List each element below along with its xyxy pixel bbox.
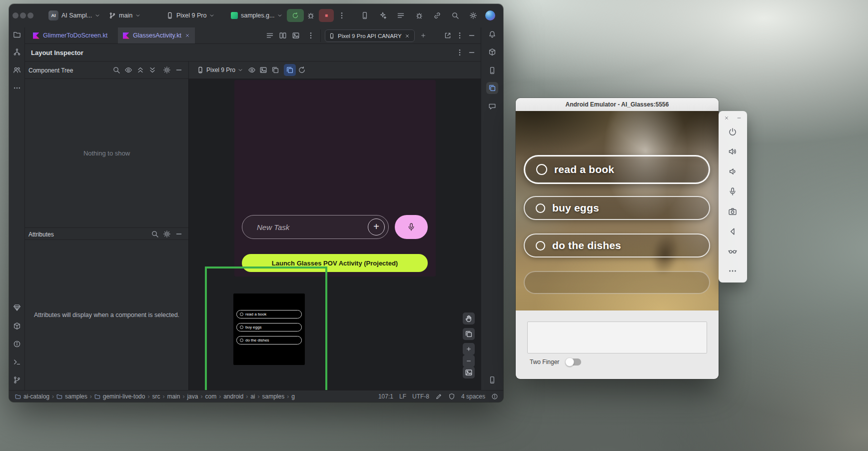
project-tool-button[interactable] [11, 28, 23, 40]
zoom-to-fit-button[interactable] [463, 366, 475, 378]
run-configuration-selector[interactable]: samples.g... [231, 10, 282, 21]
edit-mode-button[interactable] [435, 393, 442, 400]
breadcrumb-item[interactable]: g [291, 393, 295, 400]
running-devices-more-button[interactable] [454, 30, 466, 42]
emulator-mic-button[interactable] [727, 186, 739, 198]
emulator-minimize-button[interactable] [735, 114, 743, 122]
editor-list-button[interactable] [264, 30, 276, 42]
breadcrumb-item[interactable]: java [187, 393, 198, 400]
preview-button[interactable] [290, 30, 302, 42]
window-minimize-button[interactable] [20, 12, 26, 18]
protection-button[interactable] [448, 393, 455, 400]
profile-avatar[interactable] [485, 10, 495, 20]
new-task-input[interactable]: New Task + [242, 215, 389, 239]
emulator-glasses-button[interactable] [727, 245, 739, 257]
glasses-item-buy-eggs[interactable]: buy eggs [524, 196, 710, 220]
todo-list-button[interactable] [395, 10, 407, 22]
emulator-input-box[interactable] [527, 322, 707, 354]
window-zoom-button[interactable] [27, 12, 33, 18]
hide-running-devices-button[interactable] [466, 30, 478, 42]
search-everywhere-button[interactable] [449, 10, 461, 22]
file-encoding[interactable]: UTF-8 [412, 393, 429, 400]
project-selector[interactable]: AI AI Sampl... [48, 10, 100, 21]
dependencies-tool-button[interactable] [11, 302, 23, 314]
device-mirror-button[interactable] [359, 10, 371, 22]
screenshot-button[interactable] [257, 64, 269, 76]
emulator-volume-up-button[interactable] [727, 146, 739, 158]
more-run-options-button[interactable] [336, 10, 348, 22]
add-device-button[interactable] [417, 30, 429, 42]
more-tools-button[interactable] [11, 82, 23, 94]
hide-tree-button[interactable] [173, 64, 185, 76]
breadcrumb-item[interactable]: main [167, 393, 180, 400]
breadcrumb-item[interactable]: ai [250, 393, 255, 400]
build-variants-tool-button[interactable] [11, 320, 23, 332]
logcat-button[interactable] [413, 10, 425, 22]
cursor-position[interactable]: 107:1 [378, 393, 393, 400]
voice-input-button[interactable] [395, 215, 428, 239]
hide-layout-inspector-button[interactable] [466, 46, 478, 58]
snapshot-button[interactable] [269, 64, 281, 76]
glasses-projection-preview[interactable]: read a book buy eggs do the dishes [233, 294, 305, 365]
running-devices-tool-button[interactable] [486, 374, 498, 386]
collaboration-tool-button[interactable] [11, 64, 23, 76]
running-device-tab[interactable]: Pixel 9 Pro API CANARY [325, 30, 415, 42]
live-updates-toggle[interactable] [284, 64, 296, 76]
breadcrumb-item[interactable]: android [223, 393, 243, 400]
editor-tab-glassesactivity[interactable]: GlassesActivity.kt [118, 28, 195, 44]
zoom-in-button[interactable] [463, 343, 475, 355]
zoom-out-button[interactable] [463, 355, 475, 367]
ai-assistant-button[interactable] [377, 10, 389, 22]
add-task-button[interactable]: + [368, 218, 385, 236]
close-icon[interactable] [185, 33, 190, 38]
indent-setting[interactable]: 4 spaces [461, 393, 485, 400]
attributes-settings-button[interactable] [161, 228, 173, 240]
launch-glasses-pov-button[interactable]: Launch Glasses POV Activity (Projected) [242, 254, 428, 272]
structure-tool-button[interactable] [11, 46, 23, 58]
mirrored-phone-screen[interactable]: New Task + Launch Glasses POV Activity (… [234, 80, 436, 276]
emulator-close-button[interactable] [723, 114, 731, 122]
device-selector[interactable]: Pixel 9 Pro [166, 10, 214, 21]
notifications-tool-button[interactable] [486, 28, 498, 40]
expand-all-button[interactable] [134, 64, 146, 76]
debug-button[interactable] [305, 10, 317, 22]
breadcrumb-item[interactable]: ai-catalog [23, 393, 49, 400]
breadcrumb-item[interactable]: samples [262, 393, 285, 400]
glasses-item-read-a-book[interactable]: read a book [524, 155, 710, 184]
vcs-branch-selector[interactable]: main [109, 10, 140, 21]
mirror-device-selector[interactable]: Pixel 9 Pro [194, 64, 246, 76]
open-in-new-window-button[interactable] [442, 30, 454, 42]
rerun-button[interactable] [287, 9, 304, 22]
window-close-button[interactable] [12, 12, 18, 18]
tree-settings-button[interactable] [161, 64, 173, 76]
link-assistant-button[interactable] [431, 10, 443, 22]
emulator-more-button[interactable] [727, 265, 739, 277]
version-control-tool-button[interactable] [11, 374, 23, 386]
pan-mode-button[interactable] [463, 312, 475, 324]
glasses-item-do-the-dishes[interactable]: do the dishes [524, 234, 710, 258]
feedback-tool-button[interactable] [486, 100, 498, 112]
breadcrumb-item[interactable]: gemini-live-todo [103, 393, 145, 400]
emulator-titlebar[interactable]: Android Emulator - AI_Glasses:5556 [516, 98, 719, 111]
settings-button[interactable] [467, 10, 479, 22]
emulator-camera-button[interactable] [727, 206, 739, 218]
breadcrumb-item[interactable]: samples [65, 393, 87, 400]
editor-tab-glimmertodoscreen[interactable]: GlimmerToDoScreen.kt [28, 28, 111, 44]
attributes-search-button[interactable] [149, 228, 161, 240]
tree-visibility-button[interactable] [122, 64, 134, 76]
two-finger-toggle[interactable] [566, 358, 581, 366]
breadcrumb-item[interactable]: src [152, 393, 160, 400]
refresh-button[interactable] [296, 64, 308, 76]
hide-attributes-button[interactable] [173, 228, 185, 240]
split-editor-button[interactable] [277, 30, 289, 42]
layer-mode-button[interactable] [463, 328, 475, 340]
layout-inspector-tool-button[interactable] [486, 82, 498, 94]
emulator-power-button[interactable] [727, 126, 739, 138]
layout-inspector-more-button[interactable] [454, 46, 466, 58]
terminal-tool-button[interactable] [11, 356, 23, 368]
problems-tool-button[interactable] [11, 338, 23, 350]
gradle-tool-button[interactable] [486, 46, 498, 58]
emulator-screen[interactable]: read a book buy eggs do the dishes [516, 111, 719, 310]
inspections-widget[interactable] [491, 393, 498, 400]
device-manager-tool-button[interactable] [486, 64, 498, 76]
